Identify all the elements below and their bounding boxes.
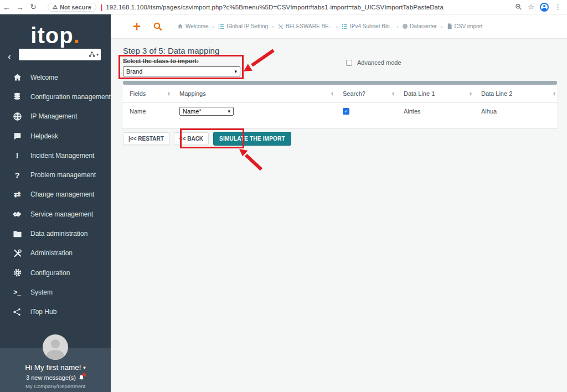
global-search-icon[interactable]: [153, 22, 163, 32]
sidebar-item-ip-management[interactable]: IP Management: [0, 107, 111, 126]
sort-icon[interactable]: ▲▼: [331, 91, 334, 96]
chevron-right-icon: ›: [336, 23, 338, 30]
class-select-label: Select the class to import:: [123, 58, 199, 64]
mapping-table-panel: Fields ▲▼ Mappings ▲▼ Search? ▲▼ Data Li…: [122, 85, 558, 128]
sidebar-item-configuration[interactable]: Configuration: [0, 263, 111, 282]
address-bar[interactable]: 192.168.1.100/itsm/pages/csvimport.php?c…: [106, 4, 511, 11]
chevron-right-icon: ›: [396, 23, 399, 30]
sidebar-item-data-administration[interactable]: Data administration: [0, 224, 111, 243]
search-cell: ✓: [336, 108, 396, 115]
sidebar-item-problem-management[interactable]: ? Problem management: [0, 165, 111, 184]
sidebar-item-system[interactable]: >_ System: [0, 282, 111, 302]
simulate-import-button[interactable]: SIMULATE THE IMPORT: [213, 132, 291, 146]
data-line-2-cell: Alhua: [474, 108, 558, 115]
breadcrumb-ipv4-subnet[interactable]: IPv4 Subnet Blo..: [342, 23, 393, 29]
sidebar-item-incident-management[interactable]: ! Incident Management: [0, 146, 111, 165]
column-header-search[interactable]: Search? ▲▼: [336, 85, 396, 102]
browser-menu-icon[interactable]: ⋮: [554, 3, 561, 11]
advanced-mode-wrap: Advanced mode: [346, 59, 401, 66]
app-header: + Welcome › Global IP Setting › BELESWAR…: [111, 14, 567, 39]
network-icon: [278, 24, 284, 29]
share-icon: [11, 308, 23, 316]
warning-icon: ⚠: [53, 4, 58, 10]
swap-arrows-icon: ⇄: [11, 189, 23, 199]
gear-icon: [11, 268, 23, 277]
back-button[interactable]: << BACK: [174, 132, 209, 145]
browser-toolbar: ← → ↻ ⚠ Not secure | 192.168.1.100/itsm/…: [0, 0, 567, 14]
column-header-fields[interactable]: Fields ▲▼: [122, 85, 172, 102]
user-avatar[interactable]: [43, 334, 68, 360]
user-panel: Hi My first name! ▾ 3 new message(s) My …: [0, 348, 111, 392]
browser-back-icon[interactable]: ←: [0, 3, 13, 12]
class-select[interactable]: Brand ▾: [123, 66, 240, 76]
globe-icon: [11, 112, 23, 121]
tools-icon: [11, 249, 23, 258]
search-scope-caret-icon[interactable]: ▾: [96, 52, 99, 57]
browser-forward-icon[interactable]: →: [13, 3, 27, 12]
mapping-select[interactable]: Name* ▾: [179, 107, 234, 116]
list-icon: [342, 24, 348, 29]
home-icon: [11, 73, 23, 82]
sitemap-icon: [89, 51, 95, 58]
user-menu-caret-icon: ▾: [83, 365, 86, 370]
sphere-icon: [403, 24, 408, 29]
breadcrumb-global-ip-setting[interactable]: Global IP Setting: [218, 23, 268, 29]
mapping-cell: Name* ▾: [172, 107, 336, 116]
browser-profile-icon[interactable]: [540, 3, 549, 12]
breadcrumb-belesware[interactable]: BELESWARE BE..: [278, 23, 332, 29]
search-checkbox[interactable]: ✓: [343, 108, 349, 115]
not-secure-badge[interactable]: ⚠ Not secure: [48, 3, 96, 12]
exclamation-icon: !: [11, 151, 23, 160]
database-icon: [11, 92, 23, 101]
sort-icon[interactable]: ▲▼: [553, 91, 556, 96]
folder-icon: [11, 230, 23, 238]
user-greeting[interactable]: Hi My first name! ▾: [0, 363, 111, 372]
user-messages[interactable]: 3 new message(s): [0, 374, 111, 381]
sort-icon[interactable]: ▲▼: [391, 91, 395, 96]
table-header-row: Fields ▲▼ Mappings ▲▼ Search? ▲▼ Data Li…: [122, 85, 558, 103]
browser-actions: ☆ ⋮: [515, 3, 561, 12]
sidebar-search-input[interactable]: [19, 50, 89, 59]
itop-logo[interactable]: itop.: [0, 23, 111, 48]
sort-icon[interactable]: ▲▼: [469, 91, 472, 96]
column-header-mappings[interactable]: Mappings ▲▼: [172, 85, 336, 102]
sidebar-collapse-icon[interactable]: ‹: [8, 51, 11, 63]
advanced-mode-checkbox[interactable]: [346, 60, 352, 66]
chevron-right-icon: ›: [441, 23, 443, 30]
not-secure-label: Not secure: [60, 4, 91, 11]
wizard-buttons: |<< RESTART << BACK SIMULATE THE IMPORT: [123, 132, 291, 146]
sidebar-item-administration[interactable]: Administration: [0, 244, 111, 263]
breadcrumb-welcome[interactable]: Welcome: [177, 23, 209, 29]
restart-button[interactable]: |<< RESTART: [123, 132, 169, 145]
table-row: Name Name* ▾ ✓ Airties Alhua: [122, 103, 558, 120]
chevron-right-icon: ›: [213, 23, 215, 30]
terminal-icon: >_: [11, 288, 23, 296]
bookmark-star-icon[interactable]: ☆: [528, 3, 534, 11]
annotation-arrow-select: [243, 48, 277, 75]
sidebar-item-configuration-management[interactable]: Configuration management: [0, 87, 111, 106]
advanced-mode-label: Advanced mode: [357, 59, 401, 66]
create-new-button[interactable]: +: [133, 20, 141, 33]
home-icon: [177, 23, 183, 29]
itop-csv-import-screen: ← → ↻ ⚠ Not secure | 192.168.1.100/itsm/…: [0, 0, 567, 392]
breadcrumb-csv-import[interactable]: CSV import: [447, 23, 483, 29]
sidebar-item-service-management[interactable]: Service management: [0, 204, 111, 224]
main-content: Step 3 of 5: Data mapping Select the cla…: [111, 39, 567, 392]
chat-bubble-icon: [11, 132, 23, 141]
breadcrumb-datacenter[interactable]: Datacenter: [403, 23, 437, 29]
file-icon: [447, 23, 452, 29]
column-header-data-line-1[interactable]: Data Line 1 ▲▼: [396, 85, 474, 102]
sidebar-search-box: ▾: [19, 49, 101, 60]
chevron-right-icon: ›: [272, 23, 274, 30]
sidebar-item-itop-hub[interactable]: iTop Hub: [0, 302, 111, 322]
zoom-out-icon[interactable]: [515, 3, 522, 11]
sidebar-item-welcome[interactable]: Welcome: [0, 68, 111, 87]
notification-bell-icon[interactable]: [78, 374, 85, 381]
notification-badge: [83, 373, 86, 376]
sidebar-item-change-management[interactable]: ⇄ Change management: [0, 185, 111, 204]
table-splitter-handle[interactable]: [123, 81, 557, 85]
sort-icon[interactable]: ▲▼: [167, 91, 171, 96]
column-header-data-line-2[interactable]: Data Line 2 ▲▼: [474, 85, 558, 102]
sidebar-item-helpdesk[interactable]: Helpdesk: [0, 126, 111, 146]
browser-reload-icon[interactable]: ↻: [27, 3, 40, 11]
